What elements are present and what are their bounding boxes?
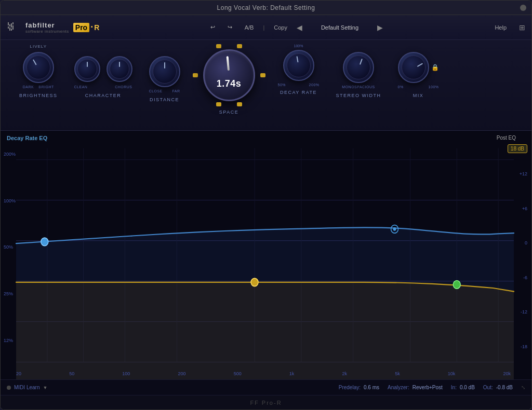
character-knob1[interactable]: [74, 56, 100, 82]
distance-sub-labels: CLOSE FAR: [149, 89, 180, 93]
space-knob[interactable]: 1.74s: [203, 49, 255, 101]
space-section: 1.74s SPACE: [189, 44, 270, 115]
decay-rate-knob[interactable]: [283, 50, 314, 81]
pro-dot: ·: [90, 22, 93, 33]
eq-db-m12: -12: [520, 309, 527, 315]
distance-group: CLOSE FAR DISTANCE: [141, 44, 189, 102]
undo-button[interactable]: ↩: [207, 22, 218, 32]
brightness-group: LIVELY DARK BRIGHT BRIGHTNESS: [11, 44, 66, 98]
eq-x-50: 50: [69, 371, 74, 376]
brightness-dark-label: DARK: [23, 85, 34, 89]
space-handle-right[interactable]: [260, 73, 265, 77]
predelay-value[interactable]: 0.6 ms: [364, 385, 379, 390]
decay-tick: [296, 56, 298, 62]
footer: FF Pro-R: [1, 395, 531, 409]
eq-x-5k: 5k: [395, 371, 400, 376]
character-tick2: [119, 62, 120, 67]
decay-50-label: 50%: [278, 83, 286, 87]
r-label: R: [94, 23, 99, 32]
logo-text: fabfilter software instruments: [25, 21, 69, 34]
preset-next-button[interactable]: ▶: [377, 23, 383, 32]
brightness-sub-labels: DARK BRIGHT: [23, 85, 54, 89]
controls-area: LIVELY DARK BRIGHT BRIGHTNESS: [1, 40, 531, 131]
distance-inner: [153, 60, 177, 84]
space-handle-left[interactable]: [193, 73, 198, 77]
brightness-knob[interactable]: [23, 52, 54, 83]
eq-grid-svg: [1, 131, 531, 379]
character-clean-label: CLEAN: [74, 85, 88, 89]
space-handle-tl[interactable]: [216, 44, 221, 48]
space-knob-container: 1.74s: [193, 49, 265, 101]
mix-group-label: MIX: [413, 93, 424, 98]
predelay-label: Predelay:: [339, 385, 361, 390]
eq-x-2k: 2k: [342, 371, 347, 376]
title-bar: Long Vocal Verb: Default Setting: [1, 1, 531, 15]
stereo-tick: [360, 59, 363, 65]
character-group: CLEAN CHORUS CHARACTER: [66, 44, 141, 98]
stereo-sub-labels: MONO SPACIOUS: [342, 85, 375, 89]
midi-dropdown[interactable]: ▼: [43, 385, 47, 390]
brightness-bright-label: BRIGHT: [38, 85, 54, 89]
space-label: SPACE: [219, 110, 238, 115]
pro-label: Pro: [73, 23, 89, 32]
footer-text: FF Pro-R: [250, 400, 282, 406]
eq-area: Decay Rate EQ Post EQ 18 dB 200% 100% 50…: [1, 131, 531, 379]
eq-y-200: 200%: [4, 152, 16, 157]
mix-0-label: 0%: [398, 85, 404, 89]
decay-range-top: 100%: [294, 44, 303, 48]
in-value: 0.0 dB: [460, 385, 475, 390]
eq-x-20k: 20k: [503, 371, 511, 376]
eq-x-1k: 1k: [289, 371, 295, 376]
distance-knob[interactable]: [149, 56, 180, 87]
preset-prev-button[interactable]: ◀: [297, 23, 302, 32]
mix-sub-labels: 0% 100%: [398, 85, 439, 89]
in-level-section: In: 0.0 dB: [451, 385, 475, 390]
character-knob-row: [74, 52, 132, 82]
window-title: Long Vocal Verb: Default Setting: [217, 4, 315, 11]
svg-rect-0: [8, 22, 9, 25]
copy-button[interactable]: Copy: [271, 23, 290, 32]
svg-rect-1: [8, 26, 9, 29]
expand-button[interactable]: ⊞: [519, 23, 525, 32]
help-button[interactable]: Help: [490, 23, 511, 32]
mix-lock-icon[interactable]: 🔒: [431, 64, 439, 71]
mix-group: 🔒 0% 100% MIX: [390, 44, 447, 98]
redo-button[interactable]: ↪: [224, 22, 235, 32]
predelay-section: Predelay: 0.6 ms: [339, 385, 379, 390]
character-tick1: [87, 62, 88, 67]
svg-rect-5: [11, 29, 12, 31]
eq-yellow-point2: [453, 281, 460, 289]
decay-sub-labels: 50% 200%: [278, 83, 320, 87]
midi-learn-label[interactable]: MIDI Learn: [14, 385, 39, 390]
eq-x-20: 20: [16, 371, 21, 376]
space-handle-tr[interactable]: [237, 44, 242, 48]
brightness-knob-item: DARK BRIGHT: [23, 52, 54, 89]
analyzer-value[interactable]: Reverb+Post: [413, 385, 443, 390]
eq-y-12: 12%: [4, 338, 16, 343]
resize-handle[interactable]: ⤡: [521, 385, 525, 390]
eq-y-100: 100%: [4, 198, 16, 203]
stereo-top-spacer: [357, 44, 359, 49]
character-knob-item1: [74, 52, 100, 82]
eq-blue-point1: [41, 238, 48, 246]
space-handle-br[interactable]: [237, 102, 242, 106]
midi-indicator: [7, 386, 11, 390]
distance-close-label: CLOSE: [149, 89, 163, 93]
space-value: 1.74s: [217, 78, 242, 89]
character-knob2[interactable]: [107, 56, 132, 82]
window-minimize-btn[interactable]: [520, 5, 526, 11]
mix-knob[interactable]: [398, 52, 429, 83]
ab-button[interactable]: A/B: [242, 23, 257, 32]
space-handle-bl[interactable]: [216, 102, 221, 106]
svg-point-27: [393, 227, 396, 231]
eq-y-50: 50%: [4, 244, 16, 250]
in-label: In:: [451, 385, 457, 390]
post-eq-value: 18 dB: [508, 144, 527, 153]
space-knob-indicator: [226, 56, 229, 71]
distance-knob-item: CLOSE FAR: [149, 52, 180, 93]
character-group-label: CHARACTER: [85, 93, 122, 98]
logo-section: fabfilter software instruments Pro · R: [7, 20, 99, 35]
stereo-spacious-label: SPACIOUS: [354, 85, 375, 89]
status-bar: MIDI Learn ▼ Predelay: 0.6 ms Analyzer: …: [1, 379, 531, 395]
stereo-width-knob[interactable]: [343, 52, 374, 83]
